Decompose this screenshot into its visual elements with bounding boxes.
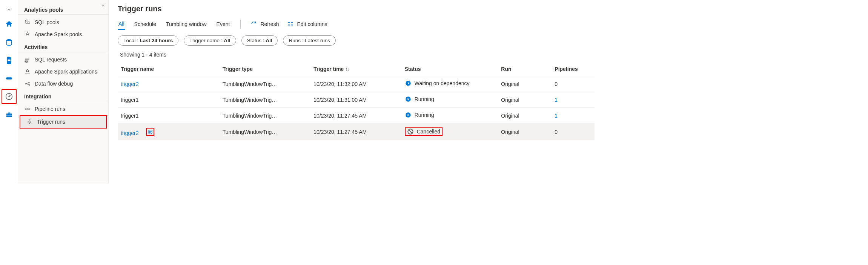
trigger-name-cell[interactable]: trigger2 — [121, 81, 138, 87]
home-icon — [5, 20, 13, 28]
sidebar-item-label: Data flow debug — [35, 81, 73, 87]
status-text: Cancelled — [417, 129, 440, 135]
svg-text:SQL: SQL — [25, 61, 29, 63]
trigger-name-cell: trigger1 — [121, 97, 138, 103]
refresh-label: Refresh — [260, 21, 279, 27]
filter-time-range[interactable]: Local : Last 24 hours — [118, 35, 178, 46]
status-cell: Cancelled — [402, 124, 498, 140]
pipeline-runs-icon — [24, 106, 31, 112]
trigger-name-cell[interactable]: trigger2 — [121, 130, 138, 136]
col-trigger-type[interactable]: Trigger type — [220, 62, 310, 76]
svg-point-14 — [29, 84, 30, 86]
trigger-type-cell: TumblingWindowTrig… — [220, 92, 310, 108]
table-row[interactable]: trigger1 TumblingWindowTrig… 10/23/20, 1… — [118, 92, 595, 108]
svg-point-12 — [25, 83, 26, 84]
pipeline-icon — [5, 74, 13, 83]
collapse-side-button[interactable]: « — [102, 2, 104, 8]
sidebar-item-label: SQL pools — [35, 19, 59, 25]
run-cell: Original — [498, 108, 552, 124]
pipelines-cell[interactable]: 1 — [555, 113, 558, 119]
sidebar-item-spark-apps[interactable]: Apache Spark applications — [18, 66, 108, 78]
side-group-integration: Integration — [18, 90, 108, 101]
spark-apps-icon — [24, 68, 31, 75]
col-run[interactable]: Run — [498, 62, 552, 76]
trigger-runs-icon — [26, 118, 33, 125]
svg-rect-2 — [8, 60, 10, 61]
tab-tumbling-window[interactable]: Tumbling window — [165, 19, 207, 29]
status-running-icon — [405, 112, 412, 118]
run-cell: Original — [498, 76, 552, 92]
nav-rail: » — [0, 0, 18, 184]
rail-integrate[interactable] — [2, 71, 17, 86]
run-cell: Original — [498, 92, 552, 108]
status-text: Running — [415, 96, 434, 102]
sidebar-item-label: Apache Spark pools — [35, 31, 82, 37]
trigger-time-cell: 10/23/20, 11:27:45 AM — [310, 124, 401, 140]
sql-pools-icon — [24, 19, 31, 26]
filter-trigger-name[interactable]: Trigger name : All — [184, 35, 236, 46]
database-icon — [5, 38, 13, 46]
edit-columns-label: Edit columns — [297, 21, 327, 27]
trigger-type-cell: TumblingWindowTrig… — [220, 108, 310, 124]
showing-count: Showing 1 - 4 items — [118, 49, 595, 62]
rail-develop[interactable] — [2, 53, 17, 68]
svg-point-9 — [25, 20, 28, 21]
expand-rail-button[interactable]: » — [8, 3, 10, 15]
svg-point-0 — [6, 39, 11, 41]
toolbox-icon — [5, 110, 13, 119]
trigger-type-cell: TumblingWindowTrig… — [220, 76, 310, 92]
sidebar-item-label: Apache Spark applications — [35, 69, 97, 75]
table-row[interactable]: trigger1 TumblingWindowTrig… 10/23/20, 1… — [118, 108, 595, 124]
svg-rect-16 — [28, 108, 30, 110]
sidebar-item-pipeline-runs[interactable]: Pipeline runs — [18, 103, 108, 115]
main-content: Trigger runs All Schedule Tumbling windo… — [109, 0, 604, 184]
refresh-icon — [250, 21, 257, 28]
pipelines-cell[interactable]: 1 — [555, 97, 558, 103]
status-text: Waiting on dependency — [415, 80, 470, 86]
rail-data[interactable] — [2, 35, 17, 50]
document-icon — [5, 56, 13, 64]
trigger-time-cell: 10/23/20, 11:31:00 AM — [310, 92, 401, 108]
edit-columns-button[interactable]: Edit columns — [287, 21, 327, 28]
col-trigger-name[interactable]: Trigger name — [118, 62, 220, 76]
filter-runs[interactable]: Runs : Latest runs — [283, 35, 336, 46]
tab-all[interactable]: All — [118, 18, 125, 30]
rail-monitor[interactable] — [2, 89, 17, 104]
sidebar-item-trigger-runs[interactable]: Trigger runs — [20, 115, 107, 129]
trigger-time-cell: 10/23/20, 11:27:45 AM — [310, 108, 401, 124]
filter-status[interactable]: Status : All — [241, 35, 278, 46]
table-row[interactable]: trigger2 TumblingWindowTrig… 10/23/20, 1… — [118, 76, 595, 92]
status-cell: Running — [402, 92, 498, 108]
tab-schedule[interactable]: Schedule — [134, 19, 157, 29]
sidebar-item-label: Pipeline runs — [35, 106, 65, 112]
sql-requests-icon: SQL — [24, 56, 31, 63]
sidebar-item-dataflow-debug[interactable]: Data flow debug — [18, 78, 108, 90]
filter-pills: Local : Last 24 hours Trigger name : All… — [118, 35, 595, 46]
rail-home[interactable] — [2, 17, 17, 32]
sidebar-item-spark-pools[interactable]: Apache Spark pools — [18, 28, 108, 40]
sort-icon: ↑↓ — [345, 67, 350, 72]
status-text: Running — [415, 112, 434, 118]
tab-event[interactable]: Event — [216, 19, 231, 29]
sidebar-item-sql-pools[interactable]: SQL pools — [18, 16, 108, 28]
rerun-icon[interactable] — [146, 128, 154, 136]
col-trigger-time[interactable]: Trigger time↑↓ — [310, 62, 401, 76]
status-waiting-icon — [405, 80, 412, 87]
side-group-analytics: Analytics pools — [18, 3, 108, 15]
svg-rect-3 — [6, 77, 12, 80]
svg-point-5 — [8, 96, 10, 97]
trigger-name-cell: trigger1 — [121, 113, 138, 119]
refresh-button[interactable]: Refresh — [250, 21, 279, 28]
svg-rect-7 — [8, 113, 10, 114]
sidebar-item-label: SQL requests — [35, 57, 67, 63]
col-status[interactable]: Status — [402, 62, 498, 76]
col-pipelines[interactable]: Pipelines — [552, 62, 595, 76]
trigger-type-cell: TumblingWindowTrig… — [220, 124, 310, 140]
status-running-icon — [405, 96, 412, 103]
pipelines-cell: 0 — [555, 129, 558, 135]
rail-manage[interactable] — [2, 107, 17, 122]
sidebar-item-sql-requests[interactable]: SQL SQL requests — [18, 54, 108, 66]
svg-point-13 — [29, 82, 30, 83]
table-row[interactable]: trigger2 TumblingWindowTrig… 10/23/20, 1… — [118, 124, 595, 140]
status-cell: Waiting on dependency — [402, 76, 498, 92]
